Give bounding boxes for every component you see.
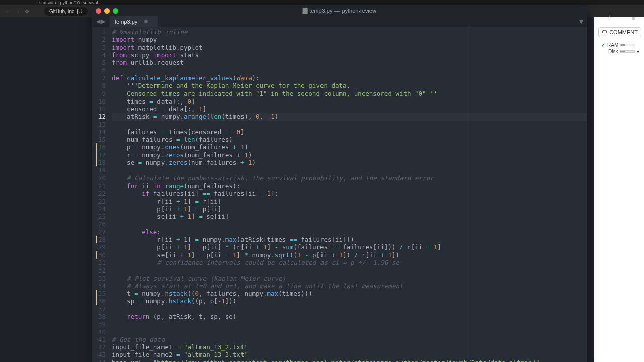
line-number[interactable]: 13 [92, 121, 106, 128]
code-line[interactable]: r[ii + 1] = r[ii] [112, 198, 587, 205]
code-line[interactable]: # Always start at t=0 and p=1, and make … [112, 282, 587, 290]
code-line[interactable] [112, 66, 587, 74]
code-line[interactable]: se[ii + 1] = se[ii] [112, 213, 587, 220]
code-line[interactable]: from scipy import stats [112, 51, 587, 59]
line-number[interactable]: 22 [92, 190, 106, 197]
code-line[interactable]: r[ii + 1] = numpy.max(atRisk[times == fa… [112, 236, 587, 243]
code-line[interactable] [112, 166, 587, 174]
maximize-icon[interactable] [113, 8, 118, 14]
code-line[interactable]: # Calculate the numbers-at-risk, the sur… [112, 174, 587, 182]
minimize-icon[interactable] [104, 8, 110, 14]
code-line[interactable]: if failures[ii] == failures[ii - 1]: [112, 190, 587, 197]
line-number[interactable]: 30 [92, 251, 106, 259]
code-line[interactable]: else: [112, 228, 587, 236]
code-content[interactable]: # %matplotlib inlineimport numpyimport m… [110, 27, 587, 362]
code-line[interactable]: input_file_name1 = "altman_13_2.txt" [112, 343, 587, 351]
code-line[interactable]: se = numpy.zeros(num_failures + 1) [112, 159, 587, 166]
code-line[interactable]: return (p, atRisk, t, sp, se) [112, 313, 587, 320]
back-icon[interactable]: ← [5, 9, 10, 14]
line-number[interactable]: 41 [92, 336, 106, 343]
line-number[interactable]: 43 [92, 351, 106, 358]
comment-button[interactable]: 🗨 COMMENT [598, 27, 641, 37]
forward-icon[interactable]: → [15, 9, 20, 14]
tab-overflow-button[interactable]: ▾ [575, 16, 587, 27]
code-line[interactable]: # Get the data [112, 336, 587, 343]
line-number[interactable]: 3 [92, 44, 106, 51]
code-line[interactable] [112, 305, 587, 313]
line-number[interactable]: 35 [92, 290, 106, 297]
code-line[interactable]: failures = times[censored == 0] [112, 128, 587, 136]
line-gutter[interactable]: 1234567891011121314151617181920212223242… [92, 27, 110, 362]
code-line[interactable] [112, 328, 587, 336]
line-number[interactable]: 31 [92, 259, 106, 266]
address-bar[interactable]: GitHub, Inc. [U [44, 7, 88, 16]
line-number[interactable]: 23 [92, 198, 106, 205]
line-number[interactable]: 16 [92, 143, 106, 151]
code-line[interactable]: # %matplotlib inline [112, 28, 587, 36]
extension-icon[interactable]: ■ [631, 14, 635, 22]
line-number[interactable]: 1 [92, 28, 106, 36]
line-number[interactable]: 42 [92, 343, 106, 351]
code-line[interactable]: # Plot survival curve (Kaplan-Meier curv… [112, 275, 587, 282]
line-number[interactable]: 2 [92, 36, 106, 43]
line-number[interactable]: 36 [92, 297, 106, 305]
line-number[interactable]: 14 [92, 128, 106, 136]
line-number[interactable]: 39 [92, 320, 106, 328]
code-line[interactable]: from urllib.request [112, 59, 587, 66]
line-number[interactable]: 20 [92, 174, 106, 182]
line-number[interactable]: 18 [92, 159, 106, 166]
line-number[interactable]: 40 [92, 328, 106, 336]
code-line[interactable]: import numpy [112, 36, 587, 43]
line-number[interactable]: 6 [92, 66, 106, 74]
line-number[interactable]: 7 [92, 74, 106, 82]
line-number[interactable]: 12 [92, 113, 106, 120]
line-number[interactable]: 21 [92, 182, 106, 190]
line-number[interactable]: 38 [92, 313, 106, 320]
line-number[interactable]: 24 [92, 205, 106, 213]
code-line[interactable] [112, 320, 587, 328]
line-number[interactable]: 32 [92, 266, 106, 274]
window-titlebar[interactable]: temp3.py — python-review [92, 5, 587, 16]
close-icon[interactable] [96, 8, 101, 14]
line-number[interactable]: 5 [92, 59, 106, 66]
code-line[interactable]: # confidence intervals could be calculat… [112, 259, 587, 266]
code-line[interactable]: '''Determine and the Kaplan-Meier curve … [112, 82, 587, 89]
line-number[interactable]: 34 [92, 282, 106, 290]
code-line[interactable]: r = numpy.zeros(num_failures + 1) [112, 151, 587, 159]
code-line[interactable]: input_file_name2 = "altman_13_3.txt" [112, 351, 587, 358]
bookmark-icon[interactable]: ☆ [607, 14, 613, 22]
code-line[interactable]: for ii in range(num_failures): [112, 182, 587, 190]
code-line[interactable]: sp = numpy.hstack((p, p[-1])) [112, 297, 587, 305]
reload-icon[interactable]: ⟳ [25, 9, 29, 14]
line-number[interactable]: 29 [92, 243, 106, 251]
code-line[interactable]: p[ii + 1] = p[ii] * (r[ii + 1] - sum(fai… [112, 243, 587, 251]
code-line[interactable]: atRisk = numpy.arange(len(times), 0, -1) [112, 113, 587, 120]
code-line[interactable]: se[ii + 1] = p[ii + 1] * numpy.sqrt((1 -… [112, 251, 587, 259]
line-number[interactable]: 28 [92, 236, 106, 243]
line-number[interactable]: 4 [92, 51, 106, 59]
code-line[interactable] [112, 121, 587, 128]
line-number[interactable]: 44 [92, 359, 106, 362]
code-line[interactable]: t = numpy.hstack((0, failures, numpy.max… [112, 290, 587, 297]
code-line[interactable]: p = numpy.ones(num_failures + 1) [112, 143, 587, 151]
code-line[interactable]: Censored times are indicated with "1" in… [112, 89, 587, 97]
line-number[interactable]: 15 [92, 136, 106, 143]
line-number[interactable]: 9 [92, 89, 106, 97]
line-number[interactable]: 19 [92, 166, 106, 174]
line-number[interactable]: 27 [92, 228, 106, 236]
code-line[interactable]: import matplotlib.pyplot [112, 44, 587, 51]
line-number[interactable]: 25 [92, 213, 106, 220]
line-number[interactable]: 26 [92, 220, 106, 228]
tab-prev-icon[interactable]: ◀ [96, 18, 100, 25]
line-number[interactable]: 8 [92, 82, 106, 89]
code-line[interactable]: def calculate_kaplanmeier_values(data): [112, 74, 587, 82]
dropdown-icon[interactable]: ▾ [637, 49, 639, 54]
tab-next-icon[interactable]: ▶ [101, 18, 105, 25]
line-number[interactable]: 17 [92, 151, 106, 159]
code-editor[interactable]: 1234567891011121314151617181920212223242… [92, 27, 587, 362]
file-tab-active[interactable]: temp3.py [110, 16, 158, 27]
code-line[interactable]: p[ii + 1] = p[ii] [112, 205, 587, 213]
code-line[interactable]: censored = data[:, 1] [112, 105, 587, 113]
code-line[interactable]: num_failures = len(failures) [112, 136, 587, 143]
line-number[interactable]: 11 [92, 105, 106, 113]
